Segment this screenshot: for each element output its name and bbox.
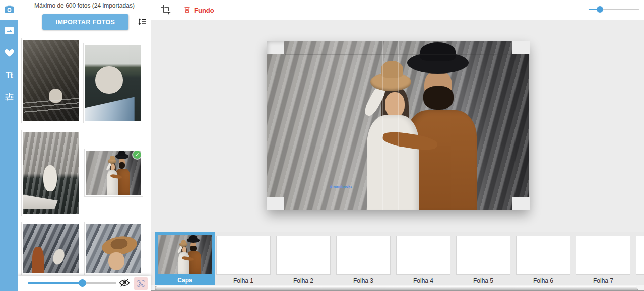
- editor-toolbar: Fundo: [151, 0, 644, 20]
- panel-bottom-bar: [18, 276, 151, 291]
- cover-corner-notch: [267, 41, 284, 54]
- photo-thumbnail[interactable]: [84, 222, 143, 275]
- photo-couple-marble: [23, 224, 79, 273]
- heart-icon: [4, 47, 15, 60]
- photo-used-check-icon: ✓: [133, 151, 141, 159]
- pages-filmstrip: Capa Folha 1 Folha 2 Folha 3 Folha 4 Fol…: [151, 232, 644, 285]
- sidebar-item-layouts[interactable]: [0, 20, 18, 42]
- adjustments-icon: [4, 92, 15, 104]
- page-tile-folha-7[interactable]: Folha 7: [576, 232, 630, 284]
- thumbnail-size-slider-knob[interactable]: [79, 279, 86, 287]
- page-tile-partial[interactable]: [636, 232, 644, 275]
- cover-corner-notch: [267, 197, 284, 210]
- photo-thumbnail[interactable]: [21, 38, 81, 123]
- capa-thumbnail: [158, 235, 212, 274]
- image-placeholder-icon[interactable]: [134, 277, 148, 290]
- eye-off-icon[interactable]: [118, 277, 131, 289]
- page-label: Folha 5: [456, 277, 510, 284]
- delete-background-button[interactable]: Fundo: [183, 5, 214, 16]
- photos-panel: Máximo de 600 fotos (24 importadas) IMPO…: [18, 0, 151, 291]
- photo-woman-cliff: [23, 40, 79, 121]
- page-tile-folha-1[interactable]: Folha 1: [216, 232, 271, 284]
- page-label: Folha 2: [276, 277, 331, 284]
- sidebar-item-photos[interactable]: [0, 0, 18, 20]
- page-tile-folha-6[interactable]: Folha 6: [516, 232, 570, 284]
- page-label: Folha 4: [396, 277, 450, 284]
- cover-spread[interactable]: dreambooks: [267, 41, 529, 210]
- cover-corner-notch: [512, 41, 530, 54]
- line-spacing-sort-icon[interactable]: [137, 17, 148, 28]
- page-tile-folha-4[interactable]: Folha 4: [396, 232, 450, 284]
- watermark-text: dreambooks: [330, 185, 353, 188]
- editor-main: Fundo dreambooks: [151, 0, 644, 291]
- filmstrip-scrollbar-thumb[interactable]: [155, 286, 639, 290]
- page-tile-folha-5[interactable]: Folha 5: [456, 232, 510, 284]
- text-tool-icon: Tt: [6, 70, 13, 81]
- cover-photo[interactable]: dreambooks: [267, 41, 529, 210]
- page-label: Folha 6: [516, 277, 570, 284]
- center-fold-line: [398, 41, 399, 210]
- photo-couple: [86, 151, 141, 195]
- photo-woman-boat-bow: [23, 132, 79, 214]
- page-label: Folha 1: [216, 277, 271, 284]
- photo-hat-closeup: [86, 224, 141, 273]
- tool-sidebar: Tt: [0, 0, 18, 291]
- sidebar-item-adjustments[interactable]: [0, 87, 18, 109]
- image-icon: [4, 25, 15, 38]
- photo-thumbnail[interactable]: [83, 43, 143, 123]
- import-photos-button[interactable]: IMPORTAR FOTOS: [42, 14, 128, 30]
- camera-icon: [4, 4, 15, 17]
- delete-background-label: Fundo: [194, 7, 214, 14]
- sidebar-item-favorites[interactable]: [0, 42, 18, 64]
- spine-guide-line: [382, 41, 383, 210]
- page-label: Folha 7: [576, 277, 630, 284]
- trash-icon: [183, 5, 191, 15]
- canvas-area: dreambooks: [151, 20, 644, 232]
- wrap-fold-line: [285, 195, 511, 195]
- canvas-zoom-slider-knob[interactable]: [597, 6, 603, 13]
- canvas-zoom-slider[interactable]: [589, 9, 639, 10]
- photo-thumbnail[interactable]: ✓: [84, 149, 143, 197]
- sidebar-item-text[interactable]: Tt: [0, 64, 18, 87]
- cover-corner-notch: [512, 197, 530, 210]
- wrap-fold-line: [285, 54, 511, 55]
- page-tile-folha-2[interactable]: Folha 2: [276, 232, 331, 284]
- photo-limit-text: Máximo de 600 fotos (24 importadas): [18, 0, 151, 9]
- photo-woman-boat-lean: [85, 45, 141, 121]
- thumbnail-size-slider[interactable]: [28, 282, 116, 284]
- crop-icon[interactable]: [160, 4, 172, 16]
- page-label: Folha 3: [336, 277, 391, 284]
- page-tile-folha-3[interactable]: Folha 3: [336, 232, 391, 284]
- filmstrip-scrollbar[interactable]: [151, 285, 644, 291]
- photobook-editor: Tt Máximo de 600 fotos (24 importadas) I…: [0, 0, 644, 291]
- photo-thumbnail[interactable]: [21, 222, 81, 275]
- photo-thumbnail[interactable]: [21, 130, 81, 216]
- spine-guide-line: [414, 41, 414, 210]
- page-label: Capa: [155, 277, 215, 284]
- page-tile-capa[interactable]: Capa: [155, 232, 215, 285]
